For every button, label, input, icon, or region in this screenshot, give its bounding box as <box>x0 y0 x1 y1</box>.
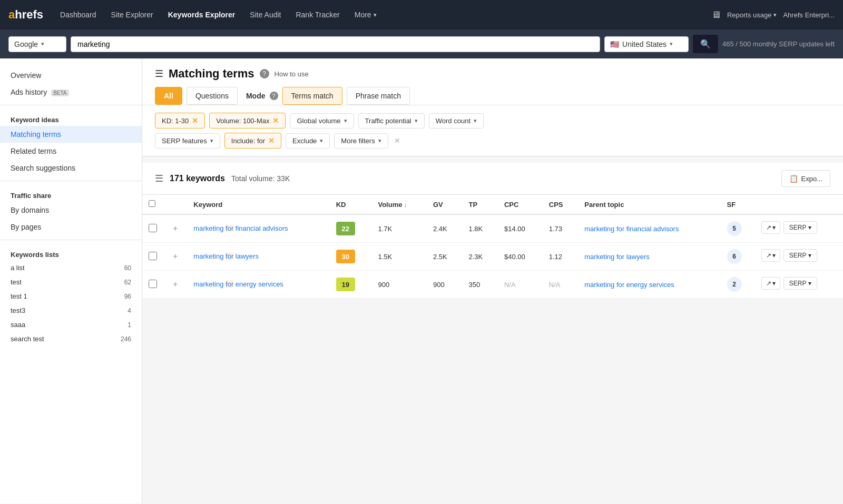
word-count-chevron-icon: ▾ <box>474 117 477 124</box>
more-chevron-icon: ▾ <box>374 12 377 18</box>
row-1-tp-cell: 2.3K <box>462 243 498 271</box>
sidebar-list-item-3[interactable]: test3 4 <box>0 303 142 318</box>
row-1-actions-cell: ↗ ▾ SERP ▾ <box>757 243 843 268</box>
more-filters-chevron-icon: ▾ <box>378 137 381 144</box>
filter-volume-remove[interactable]: ✕ <box>272 116 279 125</box>
table-row: + marketing for energy services 19 900 9… <box>142 271 843 299</box>
nav-site-explorer[interactable]: Site Explorer <box>105 6 160 23</box>
row-2-kd-badge: 19 <box>336 278 355 291</box>
filter-kd[interactable]: KD: 1-30 ✕ <box>155 113 205 129</box>
sidebar-list-item-2[interactable]: test 1 96 <box>0 289 142 303</box>
row-1-kd-badge: 30 <box>336 250 355 263</box>
tab-terms-match[interactable]: Terms match <box>282 87 342 105</box>
nav-rank-tracker[interactable]: Rank Tracker <box>289 6 346 23</box>
filters-area: KD: 1-30 ✕ Volume: 100-Max ✕ Global volu… <box>142 105 843 156</box>
filter-global-volume[interactable]: Global volume ▾ <box>290 113 354 129</box>
row-1-parent-topic-link[interactable]: marketing for lawyers <box>584 253 650 261</box>
sidebar-item-by-domains[interactable]: By domains <box>0 202 142 219</box>
help-icon[interactable]: ? <box>260 69 269 78</box>
filter-include[interactable]: Include: for ✕ <box>224 133 281 149</box>
row-1-add-button[interactable]: + <box>170 251 181 262</box>
filter-serp-features[interactable]: SERP features ▾ <box>155 133 220 149</box>
nav-keywords-explorer[interactable]: Keywords Explorer <box>162 6 242 23</box>
row-2-parent-topic-cell: marketing for energy services <box>578 271 720 299</box>
tab-questions[interactable]: Questions <box>187 87 238 105</box>
row-0-parent-topic-link[interactable]: marketing for financial advisors <box>584 225 679 233</box>
row-1-parent-topic-cell: marketing for lawyers <box>578 243 720 271</box>
exclude-chevron-icon: ▾ <box>320 137 323 144</box>
filter-clear-all[interactable]: × <box>393 133 403 149</box>
row-0-checkbox-cell[interactable] <box>142 214 163 243</box>
how-to-use-link[interactable]: How to use <box>275 70 309 78</box>
engine-chevron-icon: ▾ <box>41 41 44 47</box>
keywords-lists-section: Keywords lists <box>0 244 142 261</box>
row-1-checkbox[interactable] <box>149 252 157 260</box>
row-2-parent-topic-link[interactable]: marketing for energy services <box>584 281 674 289</box>
sidebar-item-by-pages[interactable]: By pages <box>0 219 142 235</box>
country-select[interactable]: 🇺🇸 United States ▾ <box>604 36 689 52</box>
nav-more[interactable]: More ▾ <box>348 6 383 23</box>
nav-dashboard[interactable]: Dashboard <box>54 6 103 23</box>
row-2-keyword-link[interactable]: marketing for energy services <box>193 280 283 288</box>
row-0-checkbox[interactable] <box>149 224 157 232</box>
row-1-checkbox-cell[interactable] <box>142 243 163 271</box>
filter-traffic-potential[interactable]: Traffic potential ▾ <box>358 113 425 129</box>
sidebar-list-item-5[interactable]: search test 246 <box>0 332 142 346</box>
keyword-input[interactable] <box>77 40 593 48</box>
search-button[interactable]: 🔍 <box>693 35 718 53</box>
filter-exclude[interactable]: Exclude ▾ <box>286 133 330 149</box>
row-0-add-button[interactable]: + <box>170 223 181 234</box>
sidebar-item-search-suggestions[interactable]: Search suggestions <box>0 160 142 176</box>
global-volume-chevron-icon: ▾ <box>344 117 347 124</box>
col-select-all[interactable] <box>142 195 163 214</box>
nav-site-audit[interactable]: Site Audit <box>243 6 287 23</box>
row-0-add-cell[interactable]: + <box>163 214 187 243</box>
row-2-serp-button[interactable]: SERP ▾ <box>783 277 818 290</box>
row-0-kd-badge: 22 <box>336 222 355 235</box>
sidebar-item-ads-history[interactable]: Ads history BETA <box>0 84 142 101</box>
sidebar-item-overview[interactable]: Overview <box>0 67 142 84</box>
row-0-serp-button[interactable]: SERP ▾ <box>783 221 818 234</box>
row-2-checkbox[interactable] <box>149 280 157 288</box>
results-table: Keyword KD Volume GV TP CPC CPS Parent t… <box>142 195 843 299</box>
hamburger-icon[interactable]: ☰ <box>155 68 163 80</box>
row-2-checkbox-cell[interactable] <box>142 271 163 299</box>
top-navigation: ahrefs Dashboard Site Explorer Keywords … <box>0 0 843 29</box>
row-0-sf-badge: 5 <box>727 221 742 236</box>
tab-phrase-match[interactable]: Phrase match <box>347 87 410 105</box>
sidebar-list-item-1[interactable]: test 62 <box>0 275 142 289</box>
engine-select[interactable]: Google ▾ <box>8 36 66 52</box>
row-1-serp-button[interactable]: SERP ▾ <box>783 249 818 262</box>
sidebar-list-item-0[interactable]: a list 60 <box>0 261 142 275</box>
table-header-row: Keyword KD Volume GV TP CPC CPS Parent t… <box>142 195 843 214</box>
row-0-trend-button[interactable]: ↗ ▾ <box>761 221 780 234</box>
tab-all[interactable]: All <box>155 87 182 105</box>
filter-more-filters[interactable]: More filters ▾ <box>334 133 388 149</box>
export-button[interactable]: 📋 Expo... <box>781 170 830 187</box>
row-1-trend-button[interactable]: ↗ ▾ <box>761 249 780 262</box>
monitor-icon[interactable]: 🖥 <box>711 9 721 21</box>
row-2-sf-cell: 2 <box>721 271 757 299</box>
col-volume[interactable]: Volume <box>371 195 427 214</box>
col-kd: KD <box>330 195 372 214</box>
sidebar-item-matching-terms[interactable]: Matching terms <box>0 126 142 143</box>
col-cpc: CPC <box>498 195 543 214</box>
row-1-keyword-link[interactable]: marketing for lawyers <box>193 252 259 260</box>
mode-help-icon[interactable]: ? <box>270 92 278 100</box>
logo[interactable]: ahrefs <box>8 8 43 22</box>
sidebar-list-item-4[interactable]: saaa 1 <box>0 318 142 332</box>
row-2-cpc-na: N/A <box>504 281 516 289</box>
row-2-add-cell[interactable]: + <box>163 271 187 299</box>
filter-word-count[interactable]: Word count ▾ <box>429 113 484 129</box>
search-bar: Google ▾ 🇺🇸 United States ▾ 🔍 465 / 500 … <box>0 29 843 58</box>
select-all-checkbox[interactable] <box>149 200 155 207</box>
row-2-add-button[interactable]: + <box>170 279 181 290</box>
row-1-add-cell[interactable]: + <box>163 243 187 271</box>
reports-usage-button[interactable]: Reports usage <box>727 11 777 19</box>
row-2-trend-button[interactable]: ↗ ▾ <box>761 277 780 290</box>
filter-include-remove[interactable]: ✕ <box>268 136 275 145</box>
filter-volume[interactable]: Volume: 100-Max ✕ <box>209 113 286 129</box>
row-0-keyword-link[interactable]: marketing for financial advisors <box>193 224 288 232</box>
filter-kd-remove[interactable]: ✕ <box>192 116 198 125</box>
sidebar-item-related-terms[interactable]: Related terms <box>0 143 142 160</box>
